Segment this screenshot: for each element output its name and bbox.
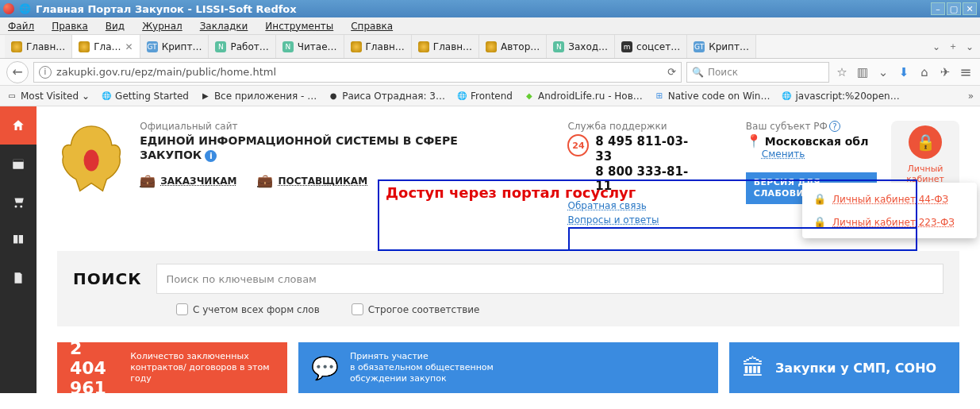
sidebar-document[interactable] <box>0 259 37 297</box>
document-icon <box>11 271 25 285</box>
home-icon[interactable]: ⌂ <box>917 65 932 79</box>
favicon-icon <box>11 41 22 52</box>
change-region-link[interactable]: Сменить <box>762 149 877 160</box>
minimize-button[interactable]: – <box>931 2 945 15</box>
sidebar-calendar[interactable] <box>0 145 37 183</box>
site-info-icon[interactable]: i <box>39 66 52 79</box>
tab-close-icon[interactable]: ✕ <box>125 41 133 52</box>
download-icon[interactable]: ⬇ <box>896 65 912 79</box>
tab-label: Работ… <box>230 41 268 52</box>
badge-24-icon: 24 <box>567 134 589 156</box>
bookmark-most-visited[interactable]: ▭Most Visited⌄ <box>6 91 90 102</box>
sidebar-book[interactable] <box>0 221 37 259</box>
tab-controls: ⌄ ＋ ⌄ <box>926 35 980 58</box>
browser-search-box[interactable]: 🔍 Поиск <box>686 62 829 83</box>
bookmark-apps[interactable]: ▶Все приложения - … <box>200 91 317 102</box>
map-pin-icon: 📍 <box>746 133 762 149</box>
browser-tab[interactable]: Главн… <box>412 35 479 58</box>
card-discussion[interactable]: 💬 Принять участие в обязательном обществ… <box>298 342 718 393</box>
tab-overflow-button[interactable]: ⌄ <box>966 41 974 52</box>
menu-journal[interactable]: Журнал <box>142 21 183 32</box>
card2-text: Принять участие в обязательном обществен… <box>350 351 494 385</box>
briefcase-icon: 💼 <box>140 173 156 188</box>
site-sidebar <box>0 106 37 393</box>
link-suppliers[interactable]: 💼ПОСТАВЩИКАМ <box>257 173 367 188</box>
browser-tab[interactable]: Автор… <box>479 35 547 58</box>
browser-tab[interactable]: Главн… <box>344 35 412 58</box>
svg-point-2 <box>84 150 99 172</box>
lock-icon: 🔒 <box>909 125 942 159</box>
support-label: Служба поддержки <box>567 121 699 132</box>
search-heading: ПОИСК <box>73 269 142 288</box>
bookmark-raisa[interactable]: ●Раиса Отрадная: 3… <box>328 91 445 102</box>
tab-label: Главн… <box>26 41 65 52</box>
reload-icon[interactable]: ⟳ <box>667 66 676 78</box>
bookmark-js-open[interactable]: 🌐javascript:%20open… <box>781 91 899 102</box>
close-button[interactable]: ✕ <box>963 2 977 15</box>
site-title-block: Официальный сайт ЕДИНОЙ ИНФОРМАЦИОННОЙ С… <box>140 121 521 188</box>
menu-tools[interactable]: Инструменты <box>265 21 333 32</box>
link-customers[interactable]: 💼ЗАКАЗЧИКАМ <box>140 173 236 188</box>
favicon-icon: N <box>553 41 564 52</box>
region-name: Московская обл <box>765 135 869 148</box>
favicon-icon <box>418 41 429 52</box>
menu-help[interactable]: Справка <box>351 21 393 32</box>
browser-tab[interactable]: NЧитае… <box>276 35 344 58</box>
tab-label: соцсет… <box>636 41 680 52</box>
bookmark-native-code[interactable]: ⊞Native code on Win… <box>654 91 771 102</box>
hamburger-menu-icon[interactable]: ≡ <box>958 64 974 80</box>
new-tab-button[interactable]: ＋ <box>948 40 958 53</box>
cart-icon <box>11 195 25 209</box>
bookmark-frontend[interactable]: 🌐Frontend <box>456 91 513 102</box>
menu-bar: Файл Правка Вид Журнал Закладки Инструме… <box>0 17 980 35</box>
pocket-icon[interactable]: ⌄ <box>875 65 891 79</box>
tab-list-button[interactable]: ⌄ <box>932 41 940 52</box>
official-label: Официальный сайт <box>140 121 521 132</box>
browser-tab[interactable]: Гла…✕ <box>72 35 140 58</box>
search-input[interactable]: Поиск по ключевым словам <box>156 264 943 294</box>
checkbox-all-forms[interactable]: С учетом всех форм слов <box>176 303 320 315</box>
browser-tab[interactable]: NЗаход… <box>547 35 615 58</box>
briefcase-icon: 💼 <box>257 173 273 188</box>
browser-tab[interactable]: mсоцсет… <box>615 35 687 58</box>
menu-bookmarks[interactable]: Закладки <box>200 21 248 32</box>
favicon-icon <box>351 41 362 52</box>
maximize-button[interactable]: ▢ <box>947 2 961 15</box>
back-button[interactable]: ← <box>6 61 29 83</box>
tab-label: Читае… <box>298 41 337 52</box>
phone-1: 8 495 811-03-33 <box>595 134 699 164</box>
menu-file[interactable]: Файл <box>8 21 34 32</box>
browser-tab[interactable]: GTКрипт… <box>687 35 756 58</box>
sidebar-home[interactable] <box>0 106 37 145</box>
calendar-icon <box>11 156 25 171</box>
sidebar-cart[interactable] <box>0 183 37 221</box>
menu-edit[interactable]: Правка <box>52 21 88 32</box>
help-icon[interactable]: ? <box>829 121 840 132</box>
app-icon <box>3 3 14 14</box>
tab-label: Автор… <box>501 41 540 52</box>
send-icon[interactable]: ✈ <box>937 65 953 79</box>
browser-tab[interactable]: GTКрипт… <box>140 35 209 58</box>
window-titlebar: 🌐 Главная Портал Закупок - LISSI-Soft Re… <box>0 0 980 17</box>
bookmark-androidlife[interactable]: ◆AndroidLife.ru - Нов… <box>524 91 643 102</box>
page-viewport[interactable]: Официальный сайт ЕДИНОЙ ИНФОРМАЦИОННОЙ С… <box>0 106 980 409</box>
bookmarks-overflow-icon[interactable]: » <box>968 91 974 102</box>
bookmark-getting-started[interactable]: 🌐Getting Started <box>101 91 189 102</box>
url-bar[interactable]: i zakupki.gov.ru/epz/main/public/home.ht… <box>33 62 682 83</box>
home-icon <box>11 118 25 133</box>
info-icon[interactable]: i <box>205 150 217 162</box>
checkbox-strict[interactable]: Строгое соответствие <box>352 303 480 315</box>
browser-tab[interactable]: NРабот… <box>209 35 275 58</box>
favicon-icon <box>79 41 90 52</box>
card-statistics[interactable]: 2 404 961 Количество заключенных контрак… <box>57 342 287 393</box>
tab-label: Главн… <box>433 41 472 52</box>
menu-view[interactable]: Вид <box>106 21 125 32</box>
bookmark-star-icon[interactable]: ☆ <box>834 65 850 79</box>
reader-icon[interactable]: ▥ <box>855 65 870 79</box>
browser-tab[interactable]: Главн… <box>5 35 72 58</box>
tab-label: Крипт… <box>709 41 749 52</box>
bookmarks-bar: ▭Most Visited⌄ 🌐Getting Started ▶Все при… <box>0 86 980 106</box>
card-smp[interactable]: 🏛 Закупки у СМП, СОНО <box>729 342 959 393</box>
tab-label: Гла… <box>94 41 121 52</box>
search-placeholder: Поиск <box>708 67 738 78</box>
